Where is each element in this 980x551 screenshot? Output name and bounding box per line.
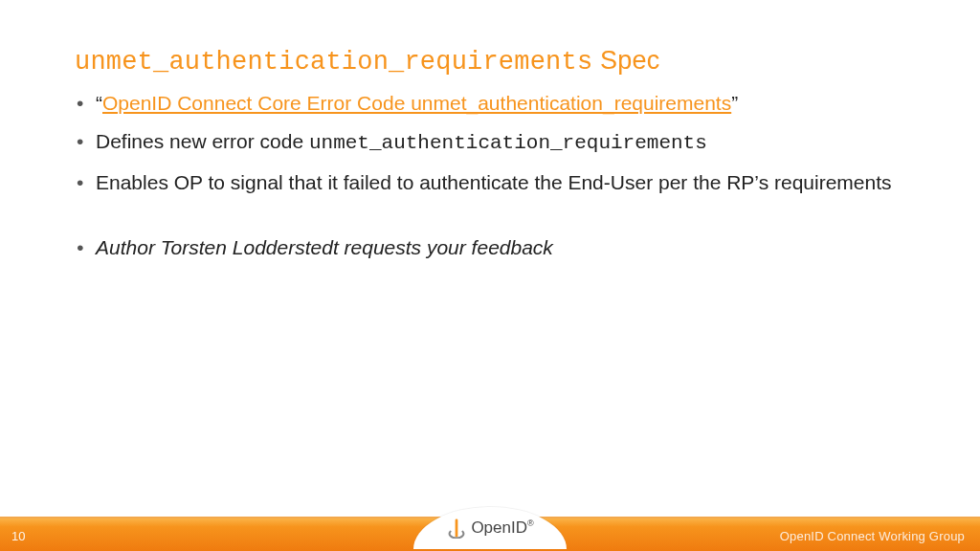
slide-title: unmet_authentication_requirements Spec xyxy=(75,46,923,77)
logo-text: OpenID® xyxy=(471,518,533,538)
slide-content: unmet_authentication_requirements Spec “… xyxy=(75,46,923,273)
bullet-link-item: “OpenID Connect Core Error Code unmet_au… xyxy=(75,90,923,117)
quote-close: ” xyxy=(731,92,738,114)
spec-link[interactable]: OpenID Connect Core Error Code unmet_aut… xyxy=(102,92,731,114)
slide: unmet_authentication_requirements Spec “… xyxy=(0,0,980,551)
bullet-list: “OpenID Connect Core Error Code unmet_au… xyxy=(75,90,923,261)
logo-word: OpenID xyxy=(471,518,527,537)
openid-logo-icon xyxy=(446,518,467,539)
bullet-author: Author Torsten Lodderstedt requests your… xyxy=(75,234,923,261)
quote-open: “ xyxy=(96,92,102,114)
title-code: unmet_authentication_requirements xyxy=(75,48,592,77)
bullet-defines: Defines new error code unmet_authenticat… xyxy=(75,128,923,157)
defines-code: unmet_authentication_requirements xyxy=(309,132,707,154)
bullet-spacer xyxy=(75,208,923,217)
footer-group-label: OpenID Connect Working Group xyxy=(780,529,965,543)
registered-mark: ® xyxy=(527,518,534,528)
title-suffix: Spec xyxy=(592,46,659,75)
defines-text: Defines new error code xyxy=(96,130,309,152)
footer: 10 OpenID Connect Working Group OpenID® xyxy=(0,509,980,551)
bullet-enables: Enables OP to signal that it failed to a… xyxy=(75,169,923,196)
page-number: 10 xyxy=(11,529,25,543)
